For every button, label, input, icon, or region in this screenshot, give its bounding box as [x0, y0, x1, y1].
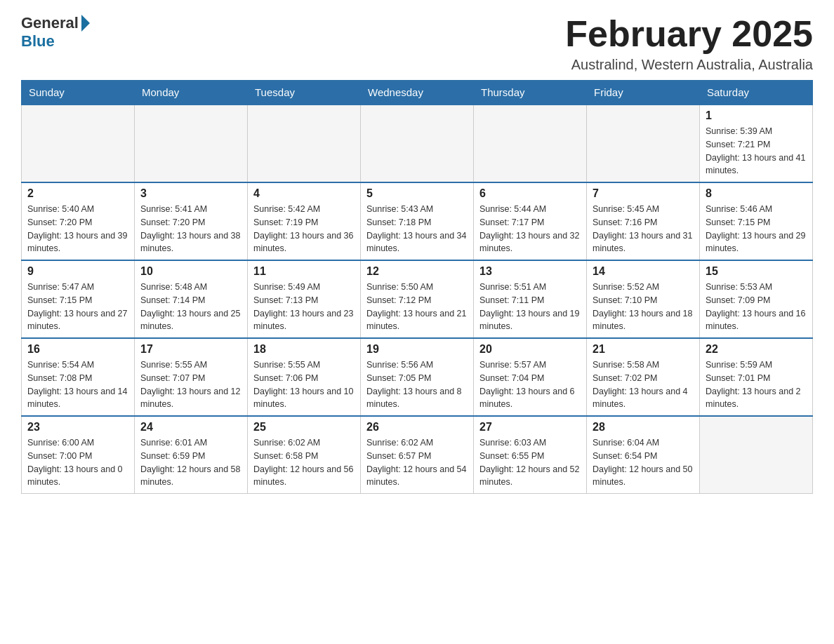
- column-header-tuesday: Tuesday: [248, 81, 361, 105]
- day-info: Sunrise: 5:51 AMSunset: 7:11 PMDaylight:…: [479, 281, 581, 333]
- day-number: 9: [27, 265, 128, 278]
- calendar-cell: 9Sunrise: 5:47 AMSunset: 7:15 PMDaylight…: [22, 260, 135, 338]
- calendar-cell: 25Sunrise: 6:02 AMSunset: 6:58 PMDayligh…: [248, 416, 361, 494]
- day-info: Sunrise: 6:02 AMSunset: 6:58 PMDaylight:…: [253, 436, 355, 489]
- day-number: 3: [140, 187, 241, 200]
- calendar-header-row: SundayMondayTuesdayWednesdayThursdayFrid…: [22, 81, 813, 105]
- calendar-cell: 12Sunrise: 5:50 AMSunset: 7:12 PMDayligh…: [361, 260, 474, 338]
- day-info: Sunrise: 6:01 AMSunset: 6:59 PMDaylight:…: [140, 436, 241, 489]
- calendar-cell: [700, 416, 813, 494]
- calendar-cell: [248, 105, 361, 182]
- day-number: 5: [366, 187, 468, 200]
- day-info: Sunrise: 5:55 AMSunset: 7:06 PMDaylight:…: [253, 358, 355, 411]
- day-number: 1: [706, 109, 807, 122]
- day-info: Sunrise: 5:40 AMSunset: 7:20 PMDaylight:…: [27, 203, 128, 255]
- day-info: Sunrise: 5:57 AMSunset: 7:04 PMDaylight:…: [479, 358, 581, 411]
- day-number: 20: [479, 343, 581, 356]
- day-number: 8: [706, 187, 807, 200]
- day-number: 21: [593, 343, 694, 356]
- day-number: 7: [593, 187, 694, 200]
- day-number: 6: [479, 187, 581, 200]
- day-info: Sunrise: 5:39 AMSunset: 7:21 PMDaylight:…: [706, 125, 807, 177]
- day-info: Sunrise: 5:56 AMSunset: 7:05 PMDaylight:…: [366, 358, 468, 411]
- calendar-cell: 15Sunrise: 5:53 AMSunset: 7:09 PMDayligh…: [700, 260, 813, 338]
- calendar-cell: [587, 105, 700, 182]
- week-row-2: 2Sunrise: 5:40 AMSunset: 7:20 PMDaylight…: [22, 182, 813, 260]
- calendar-table: SundayMondayTuesdayWednesdayThursdayFrid…: [21, 80, 813, 494]
- calendar-cell: 24Sunrise: 6:01 AMSunset: 6:59 PMDayligh…: [135, 416, 248, 494]
- week-row-4: 16Sunrise: 5:54 AMSunset: 7:08 PMDayligh…: [22, 338, 813, 416]
- column-header-monday: Monday: [135, 81, 248, 105]
- month-title: February 2025: [565, 14, 813, 54]
- day-info: Sunrise: 5:53 AMSunset: 7:09 PMDaylight:…: [706, 281, 807, 333]
- day-info: Sunrise: 5:55 AMSunset: 7:07 PMDaylight:…: [140, 358, 241, 411]
- calendar-cell: 28Sunrise: 6:04 AMSunset: 6:54 PMDayligh…: [587, 416, 700, 494]
- week-row-1: 1Sunrise: 5:39 AMSunset: 7:21 PMDaylight…: [22, 105, 813, 182]
- calendar-cell: 3Sunrise: 5:41 AMSunset: 7:20 PMDaylight…: [135, 182, 248, 260]
- calendar-cell: 4Sunrise: 5:42 AMSunset: 7:19 PMDaylight…: [248, 182, 361, 260]
- day-info: Sunrise: 5:59 AMSunset: 7:01 PMDaylight:…: [706, 358, 807, 411]
- day-info: Sunrise: 5:43 AMSunset: 7:18 PMDaylight:…: [366, 203, 468, 255]
- calendar-cell: 19Sunrise: 5:56 AMSunset: 7:05 PMDayligh…: [361, 338, 474, 416]
- day-info: Sunrise: 6:03 AMSunset: 6:55 PMDaylight:…: [479, 436, 581, 489]
- day-number: 10: [140, 265, 241, 278]
- day-info: Sunrise: 6:04 AMSunset: 6:54 PMDaylight:…: [593, 436, 694, 489]
- location-text: Australind, Western Australia, Australia: [565, 57, 813, 73]
- title-section: February 2025 Australind, Western Austra…: [565, 14, 813, 73]
- day-info: Sunrise: 5:52 AMSunset: 7:10 PMDaylight:…: [593, 281, 694, 333]
- week-row-5: 23Sunrise: 6:00 AMSunset: 7:00 PMDayligh…: [22, 416, 813, 494]
- day-info: Sunrise: 5:49 AMSunset: 7:13 PMDaylight:…: [253, 281, 355, 333]
- day-info: Sunrise: 5:45 AMSunset: 7:16 PMDaylight:…: [593, 203, 694, 255]
- calendar-cell: 7Sunrise: 5:45 AMSunset: 7:16 PMDaylight…: [587, 182, 700, 260]
- day-number: 28: [593, 421, 694, 434]
- calendar-cell: 6Sunrise: 5:44 AMSunset: 7:17 PMDaylight…: [474, 182, 587, 260]
- day-number: 4: [253, 187, 355, 200]
- calendar-cell: 8Sunrise: 5:46 AMSunset: 7:15 PMDaylight…: [700, 182, 813, 260]
- column-header-thursday: Thursday: [474, 81, 587, 105]
- day-number: 24: [140, 421, 241, 434]
- calendar-cell: 10Sunrise: 5:48 AMSunset: 7:14 PMDayligh…: [135, 260, 248, 338]
- calendar-cell: [22, 105, 135, 182]
- day-number: 2: [27, 187, 128, 200]
- day-number: 18: [253, 343, 355, 356]
- day-number: 16: [27, 343, 128, 356]
- day-info: Sunrise: 5:48 AMSunset: 7:14 PMDaylight:…: [140, 281, 241, 333]
- logo-general-text: General: [21, 14, 79, 32]
- day-number: 23: [27, 421, 128, 434]
- column-header-sunday: Sunday: [22, 81, 135, 105]
- day-number: 12: [366, 265, 468, 278]
- day-info: Sunrise: 6:02 AMSunset: 6:57 PMDaylight:…: [366, 436, 468, 489]
- calendar-cell: 5Sunrise: 5:43 AMSunset: 7:18 PMDaylight…: [361, 182, 474, 260]
- column-header-wednesday: Wednesday: [361, 81, 474, 105]
- calendar-cell: 17Sunrise: 5:55 AMSunset: 7:07 PMDayligh…: [135, 338, 248, 416]
- day-number: 11: [253, 265, 355, 278]
- day-number: 22: [706, 343, 807, 356]
- calendar-cell: 14Sunrise: 5:52 AMSunset: 7:10 PMDayligh…: [587, 260, 700, 338]
- calendar-cell: 20Sunrise: 5:57 AMSunset: 7:04 PMDayligh…: [474, 338, 587, 416]
- day-number: 17: [140, 343, 241, 356]
- logo-blue-text: Blue: [21, 32, 55, 51]
- calendar-cell: 11Sunrise: 5:49 AMSunset: 7:13 PMDayligh…: [248, 260, 361, 338]
- day-number: 19: [366, 343, 468, 356]
- logo: General Blue: [21, 14, 90, 51]
- day-number: 14: [593, 265, 694, 278]
- calendar-cell: 22Sunrise: 5:59 AMSunset: 7:01 PMDayligh…: [700, 338, 813, 416]
- day-info: Sunrise: 6:00 AMSunset: 7:00 PMDaylight:…: [27, 436, 128, 489]
- page-header: General Blue February 2025 Australind, W…: [21, 14, 813, 73]
- calendar-cell: 13Sunrise: 5:51 AMSunset: 7:11 PMDayligh…: [474, 260, 587, 338]
- calendar-cell: 26Sunrise: 6:02 AMSunset: 6:57 PMDayligh…: [361, 416, 474, 494]
- day-info: Sunrise: 5:54 AMSunset: 7:08 PMDaylight:…: [27, 358, 128, 411]
- day-info: Sunrise: 5:58 AMSunset: 7:02 PMDaylight:…: [593, 358, 694, 411]
- calendar-cell: [474, 105, 587, 182]
- day-number: 15: [706, 265, 807, 278]
- calendar-cell: 23Sunrise: 6:00 AMSunset: 7:00 PMDayligh…: [22, 416, 135, 494]
- week-row-3: 9Sunrise: 5:47 AMSunset: 7:15 PMDaylight…: [22, 260, 813, 338]
- day-number: 13: [479, 265, 581, 278]
- calendar-cell: [361, 105, 474, 182]
- calendar-cell: 1Sunrise: 5:39 AMSunset: 7:21 PMDaylight…: [700, 105, 813, 182]
- calendar-cell: 18Sunrise: 5:55 AMSunset: 7:06 PMDayligh…: [248, 338, 361, 416]
- calendar-cell: [135, 105, 248, 182]
- calendar-cell: 2Sunrise: 5:40 AMSunset: 7:20 PMDaylight…: [22, 182, 135, 260]
- day-info: Sunrise: 5:50 AMSunset: 7:12 PMDaylight:…: [366, 281, 468, 333]
- column-header-saturday: Saturday: [700, 81, 813, 105]
